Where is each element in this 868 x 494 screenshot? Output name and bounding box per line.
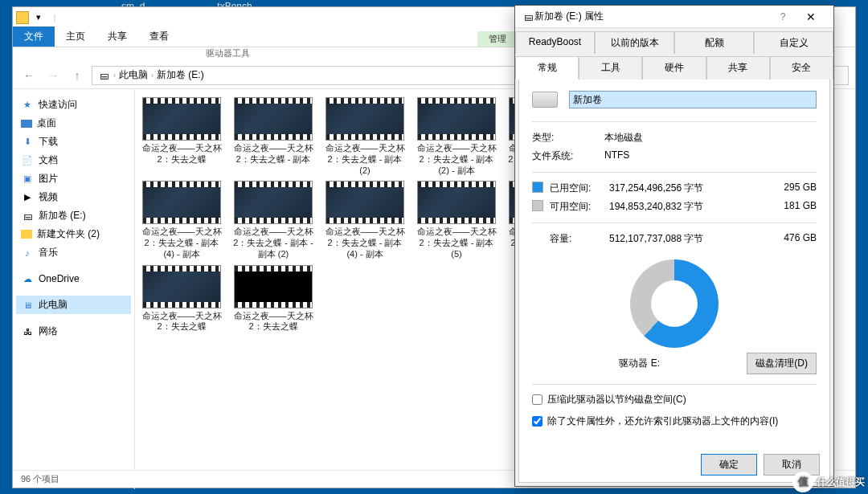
folder-icon: [21, 230, 32, 239]
drive-icon: 🖴: [21, 210, 34, 223]
tab-context-group: 管理: [477, 31, 518, 47]
nav-back-icon[interactable]: ←: [19, 66, 39, 85]
index-checkbox-row[interactable]: 除了文件属性外，还允许索引此驱动器上文件的内容(I): [532, 414, 817, 428]
video-thumbnail-icon: [234, 265, 313, 308]
used-swatch-icon: [532, 182, 543, 193]
index-checkbox[interactable]: [532, 416, 542, 427]
file-item[interactable]: 命运之夜——天之杯2：失去之蝶 - 副本 (4) - 副本: [323, 181, 407, 259]
disk-cleanup-button[interactable]: 磁盘清理(D): [747, 353, 817, 374]
video-thumbnail-icon: [326, 181, 404, 224]
sidebar-music[interactable]: ♪音乐: [16, 243, 131, 262]
desktop-icon: [21, 120, 32, 128]
pc-icon: 🖥: [21, 299, 34, 312]
nav-up-icon[interactable]: ↑: [68, 66, 87, 85]
network-icon: 🖧: [21, 325, 34, 338]
file-name: 命运之夜——天之杯2：失去之蝶: [231, 311, 315, 333]
close-icon[interactable]: ✕: [795, 10, 827, 23]
sidebar-this-pc[interactable]: 🖥此电脑: [16, 296, 131, 314]
tab-general[interactable]: 常规: [515, 56, 579, 80]
free-gb: 181 GB: [768, 200, 817, 214]
sidebar-videos[interactable]: ▶视频: [16, 188, 131, 206]
tab-hardware[interactable]: 硬件: [642, 56, 706, 80]
used-label: 已用空间:: [550, 182, 609, 195]
help-icon[interactable]: ?: [771, 11, 795, 22]
video-thumbnail-icon: [234, 181, 313, 224]
video-thumbnail-icon: [417, 181, 496, 224]
video-thumbnail-icon: [417, 97, 496, 141]
download-icon: ⬇: [21, 136, 34, 149]
fs-value: NTFS: [604, 149, 629, 163]
video-thumbnail-icon: [142, 97, 221, 141]
type-label: 类型:: [532, 131, 604, 145]
tab-home[interactable]: 主页: [55, 27, 96, 47]
tabs-row-1: ReadyBoost 以前的版本 配额 自定义: [515, 28, 833, 54]
drive-letter-label: 驱动器 E:: [532, 357, 747, 370]
fs-label: 文件系统:: [532, 149, 604, 163]
tab-tools[interactable]: 工具: [579, 56, 642, 80]
sidebar-network[interactable]: 🖧网络: [16, 322, 131, 341]
capacity-bytes: 512,107,737,088 字节: [609, 232, 768, 246]
tab-sharing[interactable]: 共享: [706, 56, 770, 80]
free-label: 可用空间:: [550, 200, 609, 214]
sidebar-new-folder[interactable]: 新建文件夹 (2): [16, 225, 131, 243]
used-gb: 295 GB: [768, 182, 817, 195]
compress-checkbox-row[interactable]: 压缩此驱动器以节约磁盘空间(C): [532, 393, 817, 406]
qat-dropdown-icon[interactable]: ▾: [32, 11, 45, 24]
tab-file[interactable]: 文件: [13, 27, 55, 47]
video-thumbnail-icon: [142, 181, 221, 224]
file-item[interactable]: 命运之夜——天之杯2：失去之蝶 - 副本 - 副本 (2): [231, 181, 315, 259]
properties-dialog: 🖴 新加卷 (E:) 属性 ? ✕ ReadyBoost 以前的版本 配额 自定…: [514, 5, 834, 487]
file-item[interactable]: 命运之夜——天之杯2：失去之蝶 - 副本: [231, 97, 315, 176]
video-thumbnail-icon: [142, 265, 221, 308]
tab-view[interactable]: 查看: [138, 27, 180, 47]
file-name: 命运之夜——天之杯2：失去之蝶 - 副本 (2) - 副本: [415, 143, 498, 176]
file-name: 命运之夜——天之杯2：失去之蝶 - 副本: [231, 143, 315, 165]
crumb-volume[interactable]: 新加卷 (E:): [157, 68, 204, 82]
sidebar-documents[interactable]: 📄文档: [16, 151, 131, 169]
sidebar-volume-e[interactable]: 🖴新加卷 (E:): [16, 206, 131, 225]
nav-forward-icon[interactable]: →: [43, 66, 63, 85]
ok-button[interactable]: 确定: [701, 454, 757, 476]
file-name: 命运之夜——天之杯2：失去之蝶 - 副本 (4) - 副本: [323, 227, 407, 259]
drive-icon: 🖴: [522, 10, 534, 23]
free-bytes: 194,853,240,832 字节: [609, 200, 768, 214]
sidebar-desktop[interactable]: 桌面: [16, 114, 131, 133]
file-item[interactable]: 命运之夜——天之杯2：失去之蝶: [140, 265, 223, 333]
drive-icon: 🖴: [97, 69, 110, 82]
video-icon: ▶: [21, 191, 34, 204]
usage-pie-chart: [630, 259, 719, 348]
used-bytes: 317,254,496,256 字节: [609, 182, 768, 195]
file-name: 命运之夜——天之杯2：失去之蝶 - 副本 - 副本 (2): [231, 227, 315, 259]
sidebar-pictures[interactable]: ▣图片: [16, 169, 131, 188]
sidebar-quick-access[interactable]: ★快速访问: [16, 96, 131, 114]
chevron-right-icon: ›: [113, 71, 116, 80]
drive-icon: [532, 92, 558, 108]
sidebar: ★快速访问 桌面 ⬇下载 📄文档 ▣图片 ▶视频 🖴新加卷 (E:) 新建文件夹…: [13, 89, 135, 489]
watermark-badge-icon: 值: [792, 472, 813, 492]
music-icon: ♪: [21, 247, 34, 259]
tab-share[interactable]: 共享: [96, 27, 138, 47]
tab-quota[interactable]: 配额: [674, 31, 754, 54]
file-item[interactable]: 命运之夜——天之杯2：失去之蝶 - 副本 (2) - 副本: [415, 97, 498, 176]
file-item[interactable]: 命运之夜——天之杯2：失去之蝶: [231, 265, 315, 333]
sidebar-onedrive[interactable]: ☁OneDrive: [16, 270, 131, 288]
sidebar-downloads[interactable]: ⬇下载: [16, 133, 131, 151]
file-name: 命运之夜——天之杯2：失去之蝶 - 副本 (2): [323, 143, 407, 176]
file-item[interactable]: 命运之夜——天之杯2：失去之蝶: [140, 97, 223, 176]
compress-checkbox[interactable]: [532, 394, 542, 405]
volume-name-input[interactable]: [569, 91, 817, 108]
file-name: 命运之夜——天之杯2：失去之蝶 - 副本 (5): [415, 227, 498, 259]
file-name: 命运之夜——天之杯2：失去之蝶: [140, 143, 223, 165]
file-item[interactable]: 命运之夜——天之杯2：失去之蝶 - 副本 (5): [415, 181, 498, 259]
crumb-thispc[interactable]: 此电脑: [119, 68, 148, 82]
file-name: 命运之夜——天之杯2：失去之蝶 - 副本 (4) - 副本: [140, 227, 223, 259]
type-value: 本地磁盘: [604, 131, 643, 145]
dialog-title: 新加卷 (E:) 属性: [534, 10, 771, 23]
tab-previous-versions[interactable]: 以前的版本: [595, 31, 674, 54]
file-item[interactable]: 命运之夜——天之杯2：失去之蝶 - 副本 (4) - 副本: [140, 181, 223, 259]
free-swatch-icon: [532, 200, 543, 211]
file-item[interactable]: 命运之夜——天之杯2：失去之蝶 - 副本 (2): [323, 97, 407, 176]
tab-customize[interactable]: 自定义: [754, 31, 833, 54]
tab-readyboost[interactable]: ReadyBoost: [515, 31, 595, 54]
tab-security[interactable]: 安全: [770, 56, 833, 80]
